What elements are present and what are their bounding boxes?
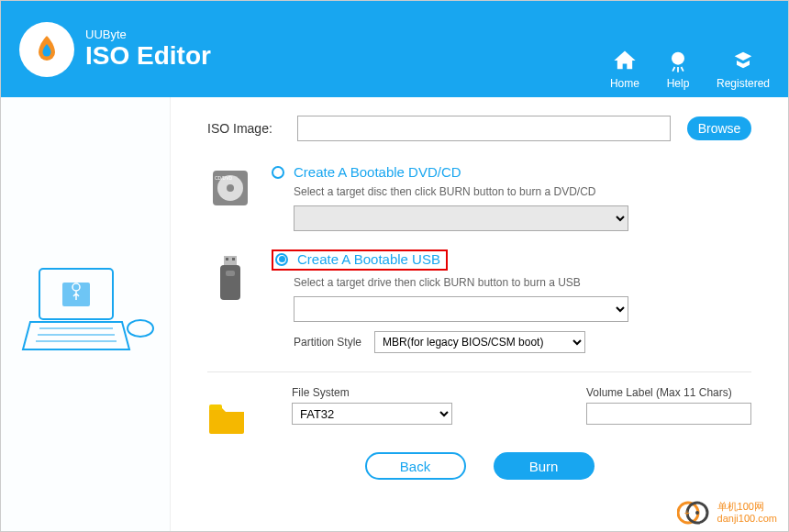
divider — [207, 371, 751, 372]
svg-point-9 — [227, 184, 234, 192]
svg-rect-13 — [232, 258, 235, 260]
watermark-line2: danji100.com — [717, 513, 777, 525]
flame-icon — [30, 33, 63, 66]
radio-usb[interactable] — [275, 253, 288, 266]
option-dvd-block: CD/DVD Create A Bootable DVD/CD Select a… — [207, 164, 751, 231]
nav-help-label: Help — [667, 77, 690, 90]
svg-point-0 — [672, 52, 684, 65]
iso-input[interactable] — [297, 116, 671, 141]
usb-highlight: Create A Bootable USB — [272, 249, 448, 271]
partition-label: Partition Style — [294, 336, 361, 349]
dvd-target-select[interactable] — [294, 205, 628, 231]
back-button[interactable]: Back — [365, 452, 466, 480]
svg-text:+: + — [684, 508, 690, 518]
filesystem-select[interactable]: FAT32 — [292, 403, 452, 425]
registered-icon — [730, 48, 756, 73]
partition-select[interactable]: MBR(for legacy BIOS/CSM boot) — [374, 331, 585, 353]
svg-rect-14 — [220, 265, 240, 300]
usb-target-select[interactable] — [294, 296, 628, 322]
header-nav: Home Help Registered — [610, 48, 770, 90]
svg-text:CD/DVD: CD/DVD — [215, 175, 233, 181]
svg-rect-12 — [226, 258, 228, 260]
option-usb-block: Create A Bootable USB Select a target dr… — [207, 249, 751, 353]
product-label: ISO Editor — [85, 41, 211, 71]
svg-point-6 — [128, 320, 153, 337]
watermark-line1: 单机100网 — [717, 501, 777, 513]
radio-dvd[interactable] — [272, 166, 284, 179]
sidebar — [1, 97, 171, 531]
laptop-illustration — [12, 241, 159, 388]
logo-circle — [19, 22, 74, 77]
volumelabel-label: Volume Label (Max 11 Chars) — [586, 386, 751, 399]
button-row: Back Burn — [207, 452, 751, 480]
nav-home-label: Home — [610, 77, 639, 90]
nav-registered[interactable]: Registered — [717, 48, 770, 90]
iso-label: ISO Image: — [207, 121, 281, 136]
nav-registered-label: Registered — [717, 77, 770, 90]
dvd-desc: Select a target disc then click BURN but… — [294, 185, 751, 198]
filesystem-label: File System — [292, 386, 452, 399]
burn-button[interactable]: Burn — [494, 452, 595, 480]
browse-button[interactable]: Browse — [687, 116, 751, 140]
radio-dvd-label: Create A Bootable DVD/CD — [294, 164, 461, 180]
watermark: + 单机100网 danji100.com — [677, 500, 777, 526]
usb-icon — [217, 254, 244, 302]
bottom-row: File System FAT32 Volume Label (Max 11 C… — [207, 386, 751, 434]
svg-point-19 — [695, 511, 699, 515]
watermark-icon: + — [677, 500, 712, 526]
brand-label: UUByte — [85, 28, 211, 41]
nav-help[interactable]: Help — [665, 48, 691, 90]
help-icon — [665, 48, 691, 73]
app-title: UUByte ISO Editor — [85, 28, 211, 71]
svg-rect-15 — [226, 271, 235, 276]
main-content: ISO Image: Browse CD/DVD Create A Bootab… — [171, 97, 788, 531]
volumelabel-input[interactable] — [586, 403, 751, 425]
usb-desc: Select a target drive then click BURN bu… — [294, 276, 751, 289]
dvd-icon: CD/DVD — [211, 169, 250, 207]
logo-wrap: UUByte ISO Editor — [19, 22, 211, 77]
iso-row: ISO Image: Browse — [207, 116, 751, 141]
radio-usb-label: Create A Bootable USB — [297, 251, 440, 267]
nav-home[interactable]: Home — [610, 48, 639, 90]
folder-icon — [207, 403, 246, 434]
app-header: UUByte ISO Editor Home Help Registered — [1, 1, 788, 97]
home-icon — [612, 48, 638, 73]
